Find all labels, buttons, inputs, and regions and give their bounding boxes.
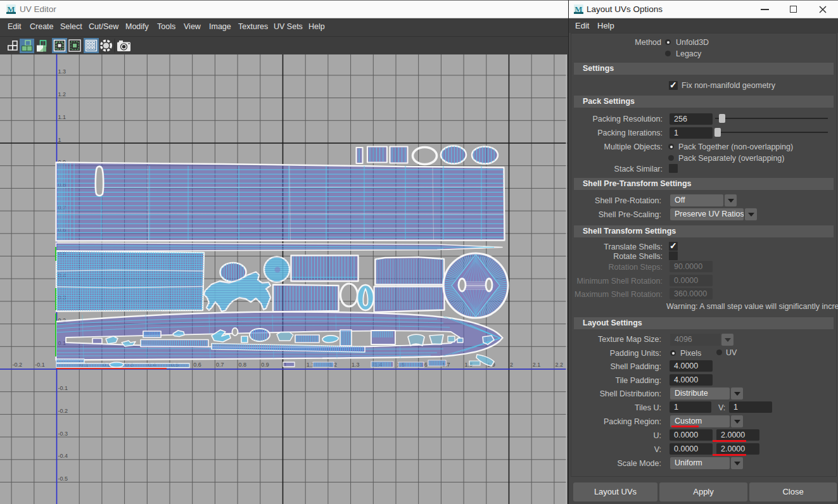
svg-text:1: 1 [58,137,61,143]
svg-text:M: M [575,4,582,14]
svg-text:-0.2: -0.2 [58,408,68,414]
svg-text:M: M [7,4,15,14]
svg-text:-0.4: -0.4 [58,453,68,459]
svg-text:2.2: 2.2 [555,362,563,368]
svg-text:-0.1: -0.1 [58,385,68,391]
svg-text:-0.3: -0.3 [58,431,68,437]
svg-text:-0.1: -0.1 [35,362,45,368]
svg-text:0.9: 0.9 [261,362,269,368]
svg-text:0.6: 0.6 [193,362,201,368]
svg-text:2.1: 2.1 [533,362,541,368]
svg-text:-0.2: -0.2 [13,362,23,368]
svg-text:2: 2 [510,362,513,368]
svg-text:1.2: 1.2 [58,91,67,98]
svg-text:-0.5: -0.5 [58,476,68,482]
svg-text:0.8: 0.8 [239,362,247,368]
svg-text:0.7: 0.7 [216,362,224,368]
svg-text:1.1: 1.1 [58,114,67,120]
svg-text:1.3: 1.3 [58,68,67,75]
svg-text:1.3: 1.3 [352,362,360,368]
